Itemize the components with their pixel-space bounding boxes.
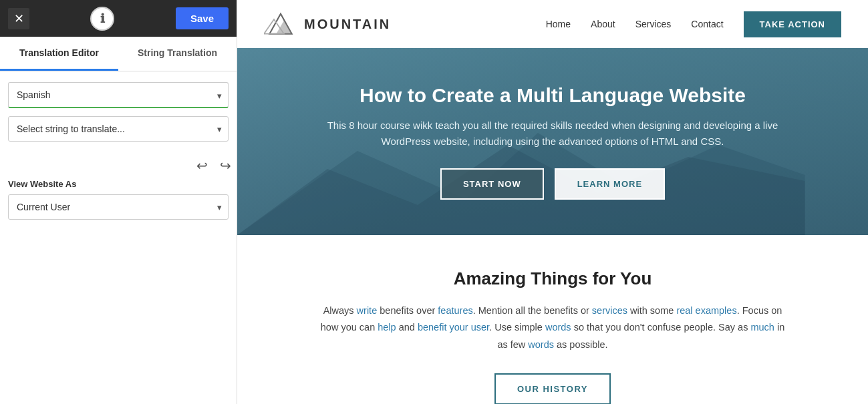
nav-link-contact[interactable]: Contact [691, 19, 723, 29]
text-link-much[interactable]: much [750, 322, 774, 333]
info-button[interactable]: ℹ [90, 7, 114, 31]
language-select[interactable]: Spanish French German Italian Portuguese [8, 82, 229, 108]
website-preview: MOUNTAIN Home About Services Contact TAK… [237, 0, 868, 404]
start-now-button[interactable]: START NOW [440, 168, 544, 200]
string-select-wrapper: Select string to translate... ▾ [8, 116, 229, 142]
hero-description: This 8 hour course wikk teach you all th… [319, 118, 786, 150]
nav-links: Home About Services Contact TAKE ACTION [546, 11, 841, 37]
tab-string-translation[interactable]: String Translation [118, 37, 237, 71]
take-action-button[interactable]: TAKE ACTION [744, 11, 841, 37]
view-as-select[interactable]: Current User Admin Guest [8, 194, 229, 220]
undo-redo-bar: ↩ ↪ [0, 152, 237, 179]
view-website-section: View Website As Current User Admin Guest… [0, 179, 237, 220]
close-button[interactable]: ✕ [8, 8, 29, 29]
mountain-logo-icon [264, 9, 297, 39]
translation-panel: ✕ ℹ Save Translation Editor String Trans… [0, 0, 237, 404]
hero-title: How to Create a Multi Language Website [319, 84, 786, 107]
nav-link-home[interactable]: Home [546, 19, 571, 29]
save-button[interactable]: Save [176, 7, 229, 29]
string-select[interactable]: Select string to translate... [8, 116, 229, 142]
view-as-select-wrapper: Current User Admin Guest ▾ [8, 194, 229, 220]
text-link-help[interactable]: help [378, 322, 396, 333]
section2: Amazing Things for You Always write bene… [237, 235, 868, 404]
site-logo: MOUNTAIN [264, 9, 391, 39]
svg-marker-1 [276, 21, 291, 34]
nav-link-services[interactable]: Services [635, 19, 672, 29]
undo-button[interactable]: ↩ [194, 155, 210, 176]
logo-text: MOUNTAIN [304, 17, 391, 32]
text-link-examples[interactable]: examples [696, 305, 737, 316]
hero-section: How to Create a Multi Language Website T… [237, 48, 868, 235]
tab-translation-editor[interactable]: Translation Editor [0, 37, 118, 71]
redo-button[interactable]: ↪ [217, 155, 234, 176]
top-bar: ✕ ℹ Save [0, 0, 237, 37]
learn-more-button[interactable]: LEARN MORE [555, 168, 665, 200]
language-select-wrapper: Spanish French German Italian Portuguese… [8, 82, 229, 108]
our-history-button[interactable]: OUR HISTORY [494, 373, 611, 404]
nav-link-about[interactable]: About [591, 19, 615, 29]
text-link-words2[interactable]: words [528, 339, 554, 350]
section2-title: Amazing Things for You [277, 268, 828, 289]
panel-body: Spanish French German Italian Portuguese… [0, 71, 237, 152]
site-nav: MOUNTAIN Home About Services Contact TAK… [237, 0, 868, 48]
text-link-benefit[interactable]: benefit your user [418, 322, 489, 333]
hero-content: How to Create a Multi Language Website T… [319, 84, 786, 200]
text-link-real[interactable]: real [676, 305, 692, 316]
text-link-words[interactable]: words [545, 322, 571, 333]
view-website-label: View Website As [8, 179, 229, 189]
text-link-services[interactable]: services [592, 305, 627, 316]
section2-text: Always write benefits over features. Men… [319, 302, 786, 353]
text-link-write[interactable]: write [357, 305, 378, 316]
hero-buttons: START NOW LEARN MORE [319, 168, 786, 200]
text-link-features[interactable]: features [438, 305, 472, 316]
tabs-bar: Translation Editor String Translation [0, 37, 237, 71]
